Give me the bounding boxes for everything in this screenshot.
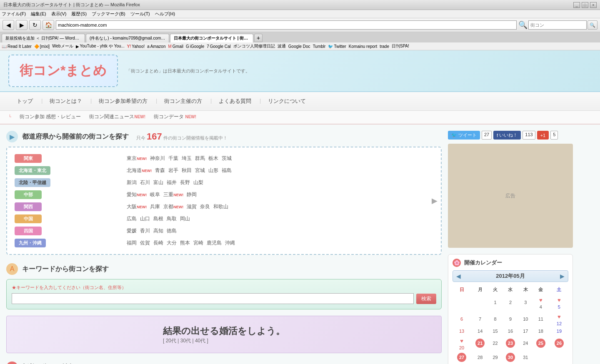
bookmark-yahoo[interactable]: Y! Yahoo! [127, 44, 145, 49]
bookmark-tumblr[interactable]: Tumblr [313, 44, 326, 49]
pref-kanagawa[interactable]: 神奈川 [150, 155, 165, 162]
nav-top[interactable]: トップ [8, 95, 41, 107]
pref-kagoshima[interactable]: 鹿児島 [207, 239, 222, 247]
cal-day-25[interactable]: 25 [532, 335, 550, 352]
cal-day-13[interactable]: 13 [452, 327, 471, 335]
nav-organizer[interactable]: 街コン主催の方 [156, 95, 210, 107]
pref-tokyo[interactable]: 東京NEW! [127, 155, 147, 162]
menu-file[interactable]: ファイル(F) [2, 11, 26, 17]
cal-day-20[interactable]: ♥20 [452, 335, 471, 352]
like-button[interactable]: f いいね！ [493, 131, 521, 140]
bookmark-youtube[interactable]: ▶ YouTube - yhtk や You... [76, 43, 125, 49]
pref-fukuoka[interactable]: 福岡 [127, 239, 137, 247]
pref-saga[interactable]: 佐賀 [140, 239, 150, 247]
calendar-prev-button[interactable]: ◀ [456, 273, 461, 279]
tab-1[interactable]: (件名なし) - komainu7098@gmail.com -... [86, 34, 169, 42]
nav-participant[interactable]: 街コン参加希望の方 [90, 95, 156, 107]
pref-akita[interactable]: 秋田 [182, 167, 192, 174]
pref-nara[interactable]: 奈良 [200, 203, 210, 210]
reload-button[interactable]: ↻ [29, 20, 41, 30]
cal-day-28[interactable]: 28 [471, 352, 489, 363]
cal-day-15[interactable]: 15 [489, 327, 501, 335]
cal-day-11[interactable]: 11 [532, 311, 550, 327]
pref-miyagi[interactable]: 宮城 [195, 167, 205, 174]
bookmark-mixi[interactable]: 🔶 [mixi] [34, 44, 50, 49]
keyword-search-button[interactable]: 検索 [416, 294, 436, 304]
nav-about[interactable]: 街コンとは？ [41, 95, 90, 107]
pref-tochigi[interactable]: 栃木 [208, 155, 218, 162]
search-button[interactable]: 🔍 [588, 20, 598, 30]
pref-fukui[interactable]: 福井 [167, 179, 177, 186]
calendar-next-button[interactable]: ▶ [560, 273, 565, 279]
cal-day-29[interactable]: 29 [489, 352, 501, 363]
bookmark-komainu[interactable]: Komainu report [349, 44, 377, 49]
menu-history[interactable]: 履歴(S) [71, 11, 87, 17]
cal-day-2[interactable]: 2 [501, 294, 520, 311]
bookmark-nikkan-spa[interactable]: 日刊SPA! [392, 43, 409, 49]
tweet-button[interactable]: 🐦 ツイート [448, 131, 480, 140]
pref-tokushima[interactable]: 徳島 [167, 227, 177, 234]
region-chubu[interactable]: 中部 [15, 190, 42, 199]
pref-fukushima[interactable]: 福島 [222, 167, 232, 174]
bookmark-read-it-later[interactable]: 📖 Read It Later [2, 44, 32, 49]
pref-gunma[interactable]: 群馬 [195, 155, 205, 162]
subnav-news[interactable]: 街コン関連ニュースNEW! [89, 113, 145, 120]
subnav-review[interactable]: 街コン参加 感想・レビュー [20, 113, 81, 120]
menu-help[interactable]: ヘルプ(H) [155, 11, 175, 17]
bookmark-trade[interactable]: trade [380, 44, 389, 49]
pref-gifu[interactable]: 岐阜 [150, 191, 160, 198]
pref-yamaguchi[interactable]: 山口 [140, 215, 150, 222]
cal-day-5[interactable]: ♥5 [550, 294, 568, 311]
address-bar[interactable] [56, 20, 517, 30]
bookmark-webmail[interactable]: Webメール [52, 43, 73, 49]
new-tab-button[interactable]: + [254, 34, 262, 42]
tab-2[interactable]: 日本最大の街コンポータルサイト | 街コン... [170, 34, 253, 42]
pref-ishikawa[interactable]: 石川 [140, 179, 150, 186]
menu-bookmarks[interactable]: ブックマーク(B) [92, 11, 125, 17]
maximize-button[interactable]: □ [582, 2, 588, 8]
pref-kyoto[interactable]: 京都NEW! [163, 203, 183, 210]
pref-hiroshima[interactable]: 広島 [127, 215, 137, 222]
pref-yamanashi[interactable]: 山梨 [193, 179, 203, 186]
cal-day-31[interactable]: 31 [520, 352, 532, 363]
cal-day-26[interactable]: 26 [550, 335, 568, 352]
pref-nagasaki[interactable]: 長崎 [153, 239, 163, 247]
pref-yamagata[interactable]: 山形 [208, 167, 218, 174]
cal-day-21[interactable]: 21 [471, 335, 489, 352]
region-kansai[interactable]: 関西 [15, 202, 42, 211]
cal-day-16[interactable]: 16 [501, 327, 520, 335]
cal-day-9[interactable]: 9 [501, 311, 520, 327]
cal-day-19[interactable]: 19 [550, 327, 568, 335]
pref-kagawa[interactable]: 香川 [140, 227, 150, 234]
subnav-data[interactable]: 街コンデータ NEW! [154, 113, 196, 120]
bookmark-twitter[interactable]: 🐦 Twitter [328, 44, 346, 49]
back-button[interactable]: ◀ [2, 20, 14, 30]
pref-okinawa[interactable]: 沖縄 [225, 239, 235, 247]
menu-tools[interactable]: ツール(T) [130, 11, 150, 17]
pref-iwate[interactable]: 岩手 [168, 167, 178, 174]
keyword-input[interactable] [12, 293, 414, 304]
pref-aichi[interactable]: 愛知NEW! [127, 191, 147, 198]
bookmark-igoogle[interactable]: G iGoogle [186, 44, 204, 49]
search-input[interactable] [528, 20, 587, 30]
region-kyushu[interactable]: 九州・沖縄 [15, 239, 46, 247]
cal-day-27[interactable]: 27 [452, 352, 471, 363]
pref-osaka[interactable]: 大阪NEW! [127, 203, 147, 210]
nav-link[interactable]: リンクについて [260, 95, 314, 107]
cal-day-23[interactable]: 23 [501, 335, 520, 352]
cal-day-22[interactable]: 22 [489, 335, 501, 352]
cal-day-14[interactable]: 14 [471, 327, 489, 335]
pref-saitama[interactable]: 埼玉 [182, 155, 192, 162]
pref-ehime[interactable]: 愛媛 [127, 227, 137, 234]
window-controls[interactable]: _ □ × [573, 2, 597, 8]
ad-banner[interactable]: 結果の出せる婚活をしよう。 [ 20代 | 30代 | 40代 ] [6, 316, 442, 353]
cal-day-8[interactable]: 8 [489, 311, 501, 327]
pref-kumamoto[interactable]: 熊本 [180, 239, 190, 247]
pref-hokkaido[interactable]: 北海道NEW! [127, 167, 152, 174]
bookmark-hatsudon[interactable]: 波通 [278, 43, 286, 49]
cal-day-24[interactable]: 24 [520, 335, 532, 352]
minimize-button[interactable]: _ [573, 2, 580, 8]
bookmark-gmail[interactable]: M Gmail [168, 44, 183, 49]
cal-day-3[interactable]: 3 [520, 294, 532, 311]
cal-day-12[interactable]: ♥12 [550, 311, 568, 327]
